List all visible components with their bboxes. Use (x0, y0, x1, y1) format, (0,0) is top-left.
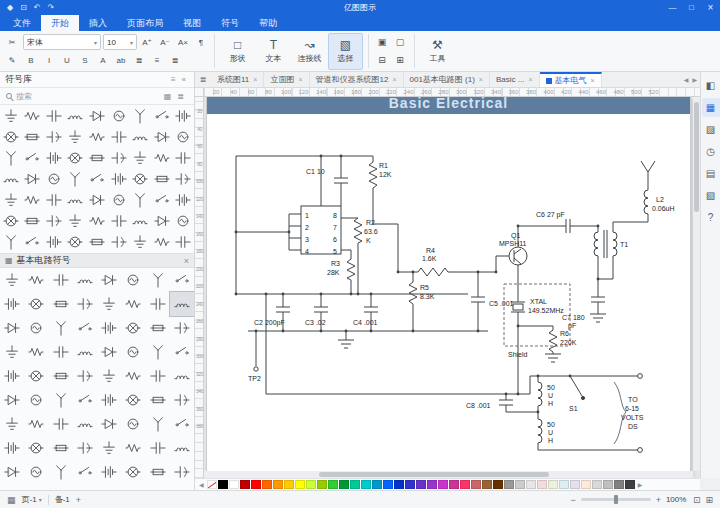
symbol-panel-icon[interactable]: ▦ (702, 98, 720, 117)
inductor-symbol[interactable] (129, 210, 151, 231)
library-menu-icon[interactable]: ≡ (168, 75, 179, 84)
diode-symbol[interactable] (86, 189, 108, 210)
battery-symbol[interactable] (43, 231, 65, 252)
inductor-symbol[interactable] (129, 126, 151, 147)
app-logo-icon[interactable]: ◆ (7, 3, 13, 12)
lamp-symbol[interactable] (24, 364, 48, 388)
palette-scroll-right-icon[interactable]: ▶ (636, 481, 645, 488)
font-size-select[interactable]: 10 ▾ (103, 34, 137, 50)
save-icon[interactable]: ⊡ (20, 3, 27, 12)
help-panel-icon[interactable]: ? (702, 208, 720, 227)
zoom-in-button[interactable]: + (656, 495, 661, 505)
color-swatch[interactable] (317, 480, 327, 489)
menu-item-2[interactable]: 开始 (41, 15, 79, 31)
fit-page-button[interactable]: ⊡ (693, 495, 701, 505)
color-swatch[interactable] (416, 480, 426, 489)
switch-symbol[interactable] (73, 460, 97, 484)
color-swatch[interactable] (548, 480, 558, 489)
tools-button[interactable]: ⚒工具 (420, 33, 455, 70)
lamp-symbol[interactable] (129, 168, 151, 189)
shrink-font-icon[interactable]: A⁻ (157, 35, 173, 50)
bring-to-front-icon[interactable]: ▣ (374, 34, 390, 50)
text-tool-button[interactable]: T文本 (256, 33, 291, 70)
antenna-symbol[interactable] (65, 168, 87, 189)
redo-icon[interactable]: ↷ (48, 3, 55, 12)
color-swatch[interactable] (350, 480, 360, 489)
fuse-symbol[interactable] (146, 388, 170, 412)
antenna-symbol[interactable] (129, 105, 151, 126)
inductor-symbol[interactable] (73, 268, 97, 292)
tab-close-icon[interactable]: × (479, 76, 483, 83)
text-highlight-icon[interactable]: ab (113, 53, 129, 68)
fuse-symbol[interactable] (22, 126, 44, 147)
polar-capacitor-symbol[interactable] (172, 168, 194, 189)
grow-font-icon[interactable]: A⁺ (139, 35, 155, 50)
inductor-symbol[interactable] (0, 168, 22, 189)
fuse-symbol[interactable] (151, 168, 173, 189)
switch-symbol[interactable] (73, 388, 97, 412)
group-shapes-icon[interactable]: ⊞ (392, 52, 408, 68)
color-swatch[interactable] (438, 480, 448, 489)
ground-symbol[interactable] (129, 231, 151, 252)
antenna-symbol[interactable] (129, 189, 151, 210)
drawing-page[interactable]: Basic Electrical (207, 97, 690, 478)
tab-5[interactable]: Basic ...× (490, 72, 540, 87)
polar-capacitor-symbol[interactable] (170, 316, 194, 340)
ground-symbol[interactable] (97, 436, 121, 460)
resistor-symbol[interactable] (121, 436, 145, 460)
tab-2[interactable]: 立面图× (264, 72, 309, 87)
inductor-symbol[interactable] (73, 340, 97, 364)
ac-source-symbol[interactable] (24, 460, 48, 484)
zoom-slider-thumb[interactable] (614, 495, 618, 504)
color-swatch[interactable] (372, 480, 382, 489)
tab-6[interactable]: 基本电气× (540, 72, 602, 87)
tab-1[interactable]: 系统图11× (211, 72, 264, 87)
color-swatch[interactable] (482, 480, 492, 489)
align-center-icon[interactable]: ≡ (149, 53, 165, 68)
capacitor-symbol[interactable] (49, 268, 73, 292)
capacitor-symbol[interactable] (146, 436, 170, 460)
align-right-icon[interactable]: ≣ (167, 53, 183, 68)
color-swatch[interactable] (504, 480, 514, 489)
color-swatch[interactable] (229, 480, 239, 489)
format-panel-icon[interactable]: ◧ (702, 76, 720, 95)
capacitor-symbol[interactable] (172, 231, 194, 252)
battery-symbol[interactable] (172, 105, 194, 126)
ground-symbol[interactable] (65, 210, 87, 231)
fuse-symbol[interactable] (146, 460, 170, 484)
lamp-symbol[interactable] (0, 126, 22, 147)
battery-symbol[interactable] (0, 364, 24, 388)
resistor-symbol[interactable] (86, 126, 108, 147)
ground-symbol[interactable] (0, 268, 24, 292)
page-grid-icon[interactable]: ▦ (7, 495, 16, 505)
library-section-header[interactable]: ▦ 基本电路符号 × (0, 253, 194, 268)
background-tab[interactable]: 备-1 (55, 494, 70, 505)
fuse-symbol[interactable] (146, 316, 170, 340)
tab-close-icon[interactable]: × (253, 76, 257, 83)
tab-3[interactable]: 管道和仪器系统图12× (310, 72, 404, 87)
ac-source-symbol[interactable] (121, 340, 145, 364)
diode-symbol[interactable] (86, 105, 108, 126)
fuse-symbol[interactable] (49, 292, 73, 316)
polar-capacitor-symbol[interactable] (43, 210, 65, 231)
ground-symbol[interactable] (0, 340, 24, 364)
color-swatch[interactable] (526, 480, 536, 489)
switch-symbol[interactable] (170, 412, 194, 436)
capacitor-symbol[interactable] (146, 292, 170, 316)
select-tool-button[interactable]: ▧选择 (328, 33, 363, 70)
antenna-symbol[interactable] (146, 340, 170, 364)
tab-close-icon[interactable]: × (298, 76, 302, 83)
send-to-back-icon[interactable]: ▢ (392, 34, 408, 50)
ac-source-symbol[interactable] (172, 210, 194, 231)
polar-capacitor-symbol[interactable] (73, 292, 97, 316)
fuse-symbol[interactable] (22, 210, 44, 231)
circuit-diagram[interactable]: 1 2 3 4 8 7 6 5 C1 10 R1 12K R2 63.6 K (208, 114, 689, 459)
color-swatch[interactable] (493, 480, 503, 489)
color-swatch[interactable] (570, 480, 580, 489)
lamp-symbol[interactable] (121, 388, 145, 412)
color-swatch[interactable] (218, 480, 228, 489)
menu-item-5[interactable]: 视图 (173, 15, 211, 31)
library-search-input[interactable]: 搜索 (16, 91, 158, 102)
ground-symbol[interactable] (65, 126, 87, 147)
inductor-symbol[interactable] (65, 105, 87, 126)
